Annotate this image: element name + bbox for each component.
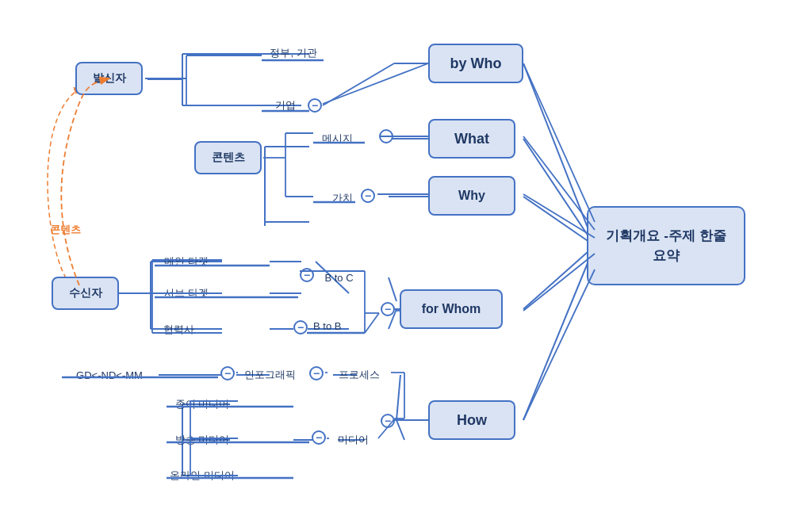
serve-target-node: 서브 타겟 bbox=[155, 284, 218, 303]
sunsinja-label: 수신자 bbox=[69, 286, 102, 300]
minus-icon: − bbox=[308, 98, 322, 113]
media-node: 미디어 bbox=[329, 430, 377, 449]
jongyi-node: 종이 미디어 bbox=[167, 395, 238, 414]
btob-circle: − bbox=[293, 320, 308, 334]
mesiji-circle: − bbox=[379, 129, 393, 143]
svg-line-14 bbox=[523, 139, 595, 246]
bywho-label: by Who bbox=[450, 55, 502, 72]
mesiji-label: 메시지 bbox=[322, 132, 353, 146]
btob-label: B to B bbox=[313, 320, 341, 332]
btob-node: B to B bbox=[313, 320, 341, 332]
hyeopryeoksa-label: 협력사 bbox=[163, 323, 194, 337]
infographic-circle: − bbox=[309, 366, 324, 380]
gieop-label: 기업 bbox=[275, 98, 296, 113]
minus-icon2: − bbox=[379, 129, 393, 143]
contents-label: 콘텐츠 bbox=[212, 151, 245, 165]
infographic-label: 인포그래픽 bbox=[244, 368, 296, 382]
btoc-node: B to C bbox=[317, 268, 361, 287]
bywho-box: by Who bbox=[428, 44, 523, 83]
gachi-label-node: 가치 bbox=[325, 189, 360, 208]
main-target-label: 메인 타겟 bbox=[164, 254, 209, 269]
gd-label: GD<-ND<-MM bbox=[76, 369, 143, 381]
what-label: What bbox=[454, 131, 489, 147]
balsinja-label: 발신자 bbox=[93, 71, 126, 86]
bangsong-label: 방송 미디어 bbox=[175, 433, 230, 447]
svg-line-16 bbox=[523, 246, 595, 309]
how-label: How bbox=[457, 412, 487, 429]
btoc-label: B to C bbox=[324, 272, 353, 284]
serve-target-label: 서브 타겟 bbox=[164, 286, 209, 300]
svg-line-46 bbox=[396, 375, 400, 420]
minus-icon7: − bbox=[220, 366, 235, 380]
minus-icon8: − bbox=[309, 366, 324, 380]
process-label: 프로세스 bbox=[339, 368, 380, 382]
diagram: 기획개요 -주제 한줄 요약 by Who What Why for Whom … bbox=[0, 0, 812, 516]
main-target-node: 메인 타겟 bbox=[155, 252, 218, 271]
gd-node: GD<-ND<-MM bbox=[62, 365, 157, 384]
bangsong-circle: − bbox=[312, 430, 326, 445]
media-label: 미디어 bbox=[338, 433, 369, 447]
infographic-node: 인포그래픽 bbox=[238, 365, 301, 384]
minus-icon4: − bbox=[300, 268, 314, 282]
svg-line-33 bbox=[389, 277, 396, 301]
svg-line-44 bbox=[396, 420, 404, 440]
forwhom-box: for Whom bbox=[400, 289, 503, 329]
bangsong-node: 방송 미디어 bbox=[167, 430, 238, 449]
gachi-label: 가치 bbox=[332, 191, 353, 205]
balsinja-box: 발신자 bbox=[75, 62, 143, 95]
why-label: Why bbox=[458, 189, 485, 203]
how-circle: − bbox=[381, 414, 395, 428]
sunsinja-box: 수신자 bbox=[52, 277, 119, 310]
jeongbu-label-node: 정부, 기관 bbox=[262, 44, 325, 63]
forwhom-circle: − bbox=[381, 302, 395, 316]
contents-box: 콘텐츠 bbox=[194, 141, 262, 174]
minus-icon6: − bbox=[381, 302, 395, 316]
online-node: 온라인 미디어 bbox=[167, 466, 238, 485]
gieop-label-node: 기업 bbox=[266, 96, 305, 115]
mesiji-label-node: 메시지 bbox=[313, 129, 361, 148]
jongyi-label: 종이 미디어 bbox=[175, 397, 230, 411]
minus-icon10: − bbox=[381, 414, 395, 428]
kontenchu-orange-node: 콘텐츠 bbox=[44, 220, 87, 239]
center-label: 기획개요 -주제 한줄 요약 bbox=[603, 226, 730, 266]
center-box: 기획개요 -주제 한줄 요약 bbox=[587, 206, 745, 285]
how-box: How bbox=[428, 400, 515, 440]
what-box: What bbox=[428, 119, 515, 159]
svg-line-8 bbox=[323, 63, 394, 105]
online-label: 온라인 미디어 bbox=[170, 468, 235, 483]
minus-icon3: − bbox=[361, 189, 375, 203]
process-node: 프로세스 bbox=[327, 365, 391, 384]
svg-line-13 bbox=[523, 63, 595, 246]
btoc-circle: − bbox=[300, 268, 314, 282]
svg-line-17 bbox=[523, 246, 595, 420]
minus-icon5: − bbox=[293, 320, 308, 334]
hyeopryeoksa-node: 협력사 bbox=[155, 320, 202, 339]
why-box: Why bbox=[428, 176, 515, 216]
forwhom-label: for Whom bbox=[422, 302, 481, 316]
gachi-circle: − bbox=[361, 189, 375, 203]
kontenchu-orange-label: 콘텐츠 bbox=[50, 223, 81, 237]
svg-line-15 bbox=[523, 197, 595, 246]
gieop-circle: − bbox=[308, 98, 322, 113]
gd-circle: − bbox=[220, 366, 235, 380]
jeongbu-label: 정부, 기관 bbox=[270, 46, 316, 60]
minus-icon9: − bbox=[312, 430, 326, 445]
